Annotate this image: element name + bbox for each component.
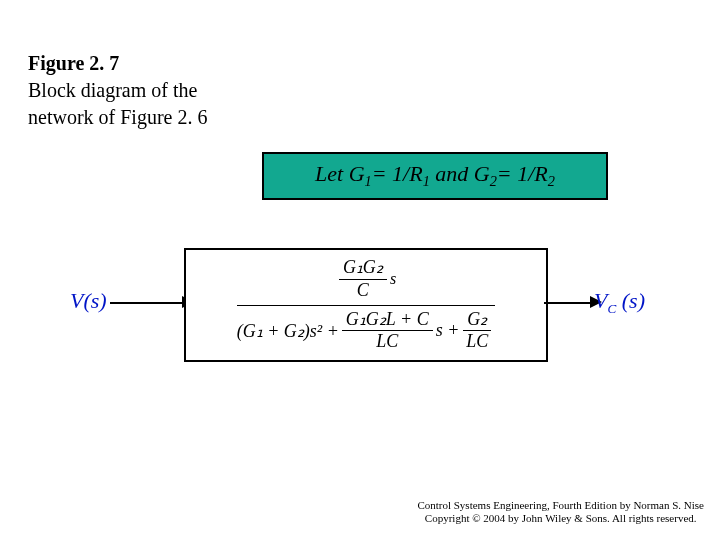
caption-line-2: network of Figure 2. 6 bbox=[28, 106, 207, 128]
substitution-box: Let G1= 1/R1 and G2= 1/R2 bbox=[262, 152, 608, 200]
tf-den-frac-1: G₁G₂L + C LC bbox=[342, 310, 433, 353]
credit-line-2: Copyright © 2004 by John Wiley & Sons. A… bbox=[417, 512, 704, 526]
tf-den-frac-2: G₂ LC bbox=[462, 310, 492, 353]
caption-line-1: Block diagram of the bbox=[28, 79, 197, 101]
input-signal-label: V(s) bbox=[70, 288, 107, 314]
tf-denominator: (G₁ + G₂)s² + G₁G₂L + C LC s + G₂ LC bbox=[237, 306, 496, 353]
input-arrow-line bbox=[110, 302, 186, 304]
output-signal-label: VC (s) bbox=[594, 288, 645, 317]
block-diagram: V(s) G₁G₂ C s (G₁ + G₂)s² + G₁G₂L + C LC… bbox=[70, 236, 650, 366]
transfer-function-fraction: G₁G₂ C s (G₁ + G₂)s² + G₁G₂L + C LC s + … bbox=[237, 258, 496, 352]
credit-line-1: Control Systems Engineering, Fourth Edit… bbox=[417, 499, 704, 513]
output-arrow-line bbox=[544, 302, 592, 304]
figure-caption: Figure 2. 7 Block diagram of the network… bbox=[28, 50, 207, 131]
transfer-function-block: G₁G₂ C s (G₁ + G₂)s² + G₁G₂L + C LC s + … bbox=[184, 248, 548, 362]
tf-num-frac: G₁G₂ C bbox=[339, 258, 387, 301]
figure-number: Figure 2. 7 bbox=[28, 52, 119, 74]
let-text: Let G1= 1/R1 and G2= 1/R2 bbox=[315, 161, 555, 190]
copyright-credit: Control Systems Engineering, Fourth Edit… bbox=[417, 499, 704, 527]
tf-numerator: G₁G₂ C s bbox=[336, 258, 396, 305]
